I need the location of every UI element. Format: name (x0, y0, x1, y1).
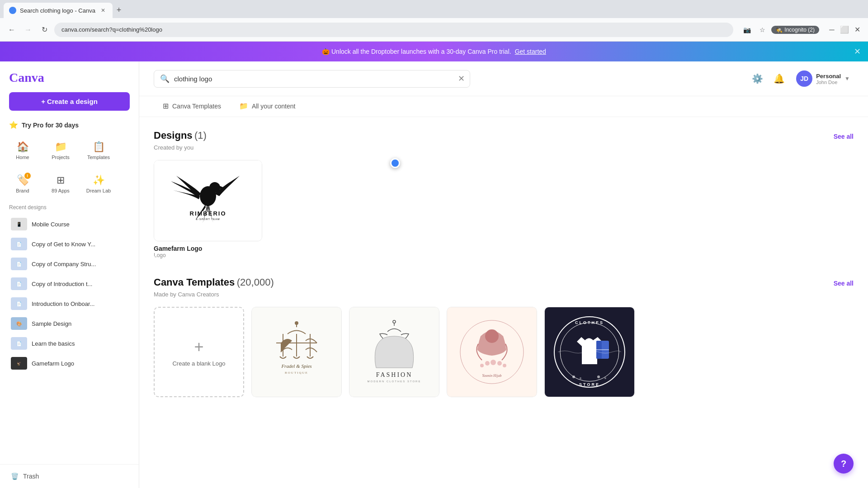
settings-icon: ⚙️ (752, 73, 763, 84)
plus-icon: + (194, 338, 203, 357)
sidebar-item-dreamlab[interactable]: ✨ Dream Lab (81, 169, 116, 199)
search-results: Designs (1) See all Created by you (139, 117, 868, 488)
designs-subtitle: Created by you (154, 144, 854, 151)
svg-point-35 (580, 377, 581, 379)
design-card-gamefarm[interactable]: RIMBERIO E-SPORT TEAM Gamefarm Logo Logo (154, 160, 262, 258)
svg-text:STORE: STORE (579, 382, 600, 387)
back-button[interactable]: ← (5, 23, 18, 36)
settings-button[interactable]: ⚙️ (749, 70, 765, 87)
svg-text:RIMBERIO: RIMBERIO (190, 210, 226, 217)
promo-link[interactable]: Get started (515, 48, 546, 55)
forward-button[interactable]: → (22, 23, 34, 36)
designs-section-header: Designs (1) See all (154, 130, 854, 141)
chevron-down-icon: ▼ (844, 75, 850, 82)
trash-icon: 🗑️ (11, 473, 19, 480)
bell-icon: 🔔 (774, 73, 785, 84)
search-box: 🔍 ✕ (154, 70, 470, 88)
template-card-clothes-store[interactable]: CLOTHES STORE (544, 307, 635, 397)
svg-point-25 (503, 364, 506, 367)
sidebar-item-projects[interactable]: 📁 Projects (43, 136, 78, 165)
promo-text: 🎃 Unlock all the Droptober launches with… (322, 48, 511, 55)
apps-icon: ⊞ (57, 174, 65, 186)
template-thumb-fashion: FASHION MODERN CLOTHES STORE (349, 307, 439, 397)
svg-point-21 (480, 364, 484, 367)
recent-item-copy-intro[interactable]: 📄 Copy of Introduction t... (9, 274, 130, 294)
notifications-button[interactable]: 🔔 (771, 70, 787, 87)
restore-button[interactable]: ⬜ (839, 24, 850, 35)
apps-label: 89 Apps (52, 188, 70, 193)
brand-label: Brand (16, 188, 29, 193)
template-card-fradel[interactable]: Fradel & Spies BOUTIQUE (251, 307, 342, 397)
template-thumb-clothes-store: CLOTHES STORE (544, 307, 635, 397)
templates-see-all-button[interactable]: See all (834, 280, 854, 287)
close-window-button[interactable]: ✕ (852, 24, 863, 35)
recent-thumb-sample-design: 🎨 (11, 317, 27, 330)
recent-item-intro-onboard[interactable]: 📄 Introduction to Onboar... (9, 294, 130, 314)
active-tab[interactable]: Search clothing logo - Canva ✕ (4, 3, 113, 18)
recent-thumb-gamefarm-logo: 🦅 (11, 357, 27, 370)
main-header: 🔍 ✕ ⚙️ 🔔 JD P (139, 61, 868, 96)
recent-thumb-copy-get-to-know: 📄 (11, 238, 27, 250)
tab-title: Search clothing logo - Canva (20, 7, 95, 14)
recent-designs-label: Recent designs (9, 204, 130, 211)
url-bar[interactable] (54, 23, 733, 37)
template-card-yasmin[interactable]: Yasmin Hijab (447, 307, 537, 397)
recent-item-gamefarm-logo[interactable]: 🦅 Gamefarm Logo (9, 353, 130, 373)
pro-trial-banner[interactable]: ⭐ Try Pro for 30 days (0, 116, 139, 134)
sidebar-item-apps[interactable]: ⊞ 89 Apps (43, 169, 78, 199)
recent-item-copy-get-to-know[interactable]: 📄 Copy of Get to Know Y... (9, 234, 130, 254)
incognito-label: Incognito (2) (784, 27, 815, 33)
designs-see-all-button[interactable]: See all (834, 133, 854, 140)
recent-item-copy-company[interactable]: 📄 Copy of Company Stru... (9, 254, 130, 274)
projects-icon: 📁 (55, 141, 67, 153)
tab-canva-templates[interactable]: ⊞ Canva Templates (154, 96, 230, 117)
refresh-button[interactable]: ↻ (38, 23, 51, 36)
template-card-blank[interactable]: + Create a blank Logo (154, 307, 244, 397)
recent-item-learn-basics[interactable]: 📄 Learn the basics (9, 333, 130, 353)
new-tab-button[interactable]: + (113, 4, 125, 16)
tab-all-your-content[interactable]: 📁 All your content (230, 96, 305, 117)
promo-close-button[interactable]: ✕ (854, 47, 861, 56)
all-content-tab-icon: 📁 (239, 102, 248, 110)
sidebar-item-home[interactable]: 🏠 Home (5, 136, 40, 165)
template-thumb-yasmin: Yasmin Hijab (447, 307, 537, 397)
sidebar: Canva + Create a design ⭐ Try Pro for 30… (0, 61, 139, 488)
recent-item-mobile-course[interactable]: 📱 Mobile Course (9, 214, 130, 234)
svg-point-37 (604, 377, 606, 379)
promo-banner: 🎃 Unlock all the Droptober launches with… (0, 42, 868, 61)
template-card-fashion[interactable]: FASHION MODERN CLOTHES STORE (349, 307, 439, 397)
user-menu-button[interactable]: JD Personal John Doe ▼ (793, 69, 854, 89)
template-thumb-fradel: Fradel & Spies BOUTIQUE (251, 307, 342, 397)
recent-item-name-copy-company: Copy of Company Stru... (32, 261, 96, 267)
bookmark-icon[interactable]: ☆ (756, 23, 769, 36)
recent-thumb-copy-company: 📄 (11, 258, 27, 270)
trash-label: Trash (23, 473, 39, 480)
recent-item-name-learn-basics: Learn the basics (32, 340, 75, 347)
help-button[interactable]: ? (834, 454, 854, 474)
trash-button[interactable]: 🗑️ Trash (9, 468, 130, 484)
minimize-button[interactable]: ─ (826, 24, 837, 35)
dreamlab-icon: ✨ (93, 174, 105, 186)
svg-text:FASHION: FASHION (376, 371, 413, 378)
recent-item-sample-design[interactable]: 🎨 Sample Design (9, 314, 130, 333)
recent-thumb-mobile-course: 📱 (11, 218, 27, 230)
svg-text:MODERN CLOTHES STORE: MODERN CLOTHES STORE (368, 380, 421, 383)
templates-subtitle: Made by Canva Creators (154, 291, 854, 298)
templates-section-header: Canva Templates (20,000) See all (154, 277, 854, 288)
templates-title-text: Canva Templates (154, 277, 235, 288)
svg-point-24 (497, 361, 502, 366)
search-input[interactable] (154, 70, 470, 88)
search-clear-button[interactable]: ✕ (458, 74, 465, 84)
user-subtitle: John Doe (816, 80, 841, 85)
create-design-button[interactable]: + Create a design (9, 92, 130, 111)
canva-templates-tab-label: Canva Templates (172, 103, 221, 110)
templates-label: Templates (87, 155, 110, 160)
incognito-icon: 🕵 (776, 27, 783, 33)
tab-close-button[interactable]: ✕ (99, 6, 107, 14)
incognito-badge[interactable]: 🕵 Incognito (2) (771, 26, 819, 34)
svg-text:E-SPORT TEAM: E-SPORT TEAM (196, 218, 220, 221)
sidebar-item-brand[interactable]: 🏷️ ! Brand (5, 169, 40, 199)
sidebar-item-templates[interactable]: 📋 Templates (81, 136, 116, 165)
templates-icon: 📋 (93, 141, 105, 153)
recent-item-name-intro-onboard: Introduction to Onboar... (32, 300, 94, 307)
